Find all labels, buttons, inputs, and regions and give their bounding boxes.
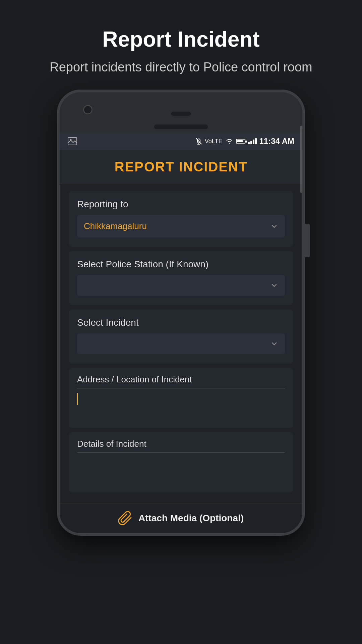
address-input-area[interactable]	[77, 393, 285, 420]
signal-bars	[248, 138, 257, 144]
police-station-label: Select Police Station (If Known)	[77, 259, 285, 270]
reporting-to-value: Chikkamagaluru	[84, 221, 147, 231]
app-header-title: REPORT INCIDENT	[115, 159, 248, 174]
phone-mockup: VoLTE 11:34 AM	[57, 90, 305, 536]
status-right-icons: VoLTE 11:34 AM	[195, 137, 294, 146]
details-input-area[interactable]	[77, 458, 285, 484]
app-header: REPORT INCIDENT	[60, 150, 302, 184]
page-title: Report Incident	[13, 27, 349, 52]
page-subtitle: Report incidents directly to Police cont…	[13, 58, 349, 76]
phone-top	[60, 92, 302, 132]
details-divider	[77, 452, 285, 453]
phone-speaker	[154, 124, 208, 129]
select-incident-dropdown-arrow-icon	[270, 340, 278, 348]
scrollbar	[300, 126, 302, 193]
text-cursor	[77, 393, 78, 405]
reporting-to-dropdown[interactable]: Chikkamagaluru	[77, 215, 285, 237]
address-label: Address / Location of Incident	[77, 374, 285, 385]
phone-camera	[83, 105, 93, 114]
status-bar: VoLTE 11:34 AM	[60, 132, 302, 150]
address-divider	[77, 388, 285, 388]
content-area: Reporting to Chikkamagaluru Select Polic…	[60, 184, 302, 503]
select-incident-dropdown[interactable]	[77, 333, 285, 354]
police-station-dropdown-arrow-icon	[270, 281, 278, 289]
wifi-icon	[225, 138, 233, 145]
address-section: Address / Location of Incident	[69, 368, 293, 428]
phone-sensor	[171, 112, 191, 116]
dropdown-arrow-icon	[270, 222, 278, 230]
details-label: Details of Incident	[77, 439, 285, 449]
status-vol-lte: VoLTE	[205, 138, 223, 145]
reporting-to-label: Reporting to	[77, 199, 285, 210]
gallery-icon	[68, 137, 77, 145]
reporting-to-section: Reporting to Chikkamagaluru	[69, 191, 293, 247]
attach-media-icon	[118, 511, 133, 526]
battery-icon	[236, 139, 245, 144]
details-section: Details of Incident	[69, 432, 293, 492]
select-incident-label: Select Incident	[77, 317, 285, 328]
status-left-icons	[68, 137, 77, 145]
police-station-section: Select Police Station (If Known)	[69, 251, 293, 305]
mute-icon	[195, 138, 202, 145]
app-content: REPORT INCIDENT Reporting to Chikkamagal…	[60, 150, 302, 533]
phone-power-button	[305, 224, 310, 257]
attach-media-bar[interactable]: Attach Media (Optional)	[60, 503, 302, 533]
status-time: 11:34 AM	[259, 137, 294, 146]
select-incident-section: Select Incident	[69, 309, 293, 364]
attach-media-label: Attach Media (Optional)	[138, 513, 244, 524]
police-station-dropdown[interactable]	[77, 275, 285, 296]
